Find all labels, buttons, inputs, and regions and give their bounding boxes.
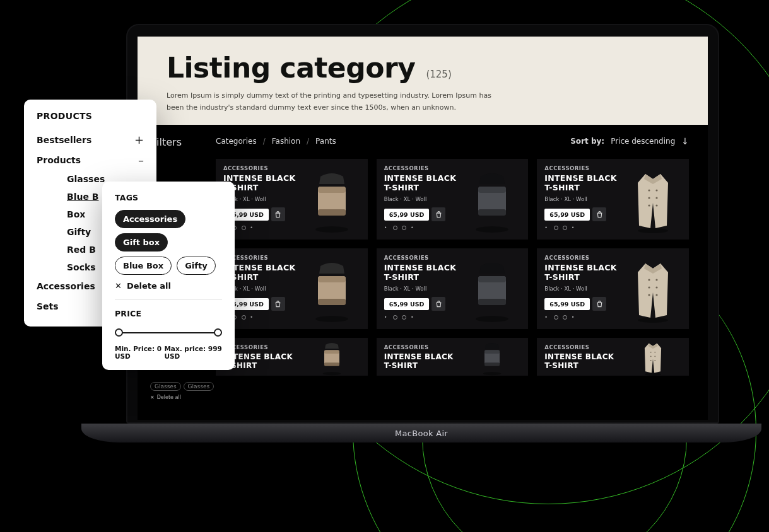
breadcrumb-item[interactable]: Pants xyxy=(315,137,336,146)
add-to-bag-button[interactable] xyxy=(271,297,285,311)
sidebar-item-label: Products xyxy=(37,155,81,165)
product-attrs: Black · XL · Woll xyxy=(384,286,456,292)
result-count: (125) xyxy=(426,69,451,80)
laptop-model-label: MacBook Air xyxy=(395,429,448,438)
product-grid: ACCESSORIES INTENSE BLACK T-SHIRT Black … xyxy=(216,159,689,376)
background-tag-chip[interactable]: Glasses xyxy=(150,382,181,391)
price-min-label: Min. Price: 0 USD xyxy=(115,345,164,360)
product-card[interactable]: ACCESSORIES INTENSE BLACK T-SHIRT xyxy=(377,338,529,376)
filters-title: Filters xyxy=(151,136,206,148)
price-button[interactable]: 65,99 USD xyxy=(384,298,430,310)
sort-by-label: Sort by: xyxy=(570,137,604,146)
product-category: ACCESSORIES xyxy=(384,165,456,171)
tags-panel: TAGS AccessoriesGift boxBlue BoxGifty ✕ … xyxy=(102,182,235,370)
product-card[interactable]: ACCESSORIES INTENSE BLACK T-SHIRT xyxy=(216,338,368,376)
breadcrumb[interactable]: Categories/Fashion/Pants xyxy=(216,137,336,146)
sidebar-item[interactable]: Bestsellers+ xyxy=(37,130,144,150)
product-image xyxy=(464,165,520,234)
delete-all-label: Delete all xyxy=(127,281,171,291)
product-attrs: Black · XL · Woll xyxy=(384,196,456,202)
sidebar-item-label: Accessories xyxy=(37,281,95,291)
product-card[interactable]: ACCESSORIES INTENSE BLACK T-SHIRT Black … xyxy=(537,248,689,329)
product-name: INTENSE BLACK T-SHIRT xyxy=(384,353,454,371)
breadcrumb-separator: / xyxy=(307,137,309,146)
page-title: Listing category xyxy=(167,52,415,84)
background-delete-all[interactable]: ✕ Delete all xyxy=(150,395,226,400)
sidebar-subitem-label: Box xyxy=(67,209,85,219)
product-name: INTENSE BLACK T-SHIRT xyxy=(384,174,456,192)
product-image xyxy=(303,344,360,371)
bag-icon xyxy=(596,300,604,308)
product-category: ACCESSORIES xyxy=(384,255,456,261)
variant-dots[interactable]: • • xyxy=(544,225,616,231)
sidebar-subitem-label: Blue B xyxy=(67,192,98,202)
bag-icon xyxy=(435,211,443,219)
close-icon: ✕ xyxy=(115,281,122,291)
price-button[interactable]: 65,99 USD xyxy=(384,209,430,221)
variant-dots[interactable]: • • xyxy=(384,315,456,320)
sidebar-subitem-label: Red B xyxy=(67,245,96,255)
sort-by-value: Price descending xyxy=(611,137,675,146)
add-to-bag-button[interactable] xyxy=(592,207,606,221)
product-image xyxy=(625,165,681,234)
add-to-bag-button[interactable] xyxy=(592,297,606,311)
products-panel-title: PRODUCTS xyxy=(37,111,144,121)
add-to-bag-button[interactable] xyxy=(431,297,445,311)
product-category: ACCESSORIES xyxy=(544,255,616,261)
price-button[interactable]: 65,99 USD xyxy=(544,298,590,310)
product-image xyxy=(303,165,360,234)
bag-icon xyxy=(274,211,282,219)
variant-dots[interactable]: • • xyxy=(384,225,456,231)
breadcrumb-item[interactable]: Fashion xyxy=(272,137,300,146)
add-to-bag-button[interactable] xyxy=(431,207,445,221)
background-delete-all-label: Delete all xyxy=(157,395,181,400)
price-button[interactable]: 65,99 USD xyxy=(544,209,590,221)
sidebar-subitem-label: Socks xyxy=(67,262,96,272)
slider-track xyxy=(119,332,218,333)
product-category: ACCESSORIES xyxy=(384,344,454,350)
breadcrumb-item[interactable]: Categories xyxy=(216,137,257,146)
tags-title: TAGS xyxy=(115,193,222,202)
product-image xyxy=(625,255,681,324)
slider-knob-max[interactable] xyxy=(214,328,222,337)
product-attrs: Black · XL · Woll xyxy=(544,286,616,292)
sort-by[interactable]: Sort by: Price descending ↓ xyxy=(570,136,689,146)
minus-icon[interactable]: – xyxy=(138,156,144,165)
product-name: INTENSE BLACK T-SHIRT xyxy=(544,353,614,371)
tag-chip[interactable]: Gifty xyxy=(177,257,215,275)
product-card[interactable]: ACCESSORIES INTENSE BLACK T-SHIRT Black … xyxy=(537,159,689,240)
breadcrumb-separator: / xyxy=(263,137,266,146)
variant-dots[interactable]: • • xyxy=(544,315,616,320)
plus-icon[interactable]: + xyxy=(134,136,144,144)
product-card[interactable]: ACCESSORIES INTENSE BLACK T-SHIRT Black … xyxy=(216,159,368,240)
product-category: ACCESSORIES xyxy=(223,165,295,171)
sidebar-subitem-label: Glasses xyxy=(67,174,105,184)
product-image xyxy=(625,344,681,371)
background-tag-chip[interactable]: Glasses xyxy=(184,382,214,391)
sidebar-subitem-label: Gifty xyxy=(67,227,91,237)
price-title: PRICE xyxy=(115,309,222,318)
tag-chip[interactable]: Accessories xyxy=(115,210,185,228)
product-image xyxy=(464,344,520,371)
product-card[interactable]: ACCESSORIES INTENSE BLACK T-SHIRT xyxy=(537,338,689,376)
product-card[interactable]: ACCESSORIES INTENSE BLACK T-SHIRT Black … xyxy=(216,248,368,329)
product-card[interactable]: ACCESSORIES INTENSE BLACK T-SHIRT Black … xyxy=(377,159,529,240)
bg-tags: GlassesGlasses ✕ Delete all xyxy=(150,382,226,400)
price-slider[interactable] xyxy=(115,326,222,340)
product-name: INTENSE BLACK T-SHIRT xyxy=(544,263,616,282)
tag-chip[interactable]: Gift box xyxy=(115,233,168,252)
product-image xyxy=(303,255,360,324)
sidebar-item[interactable]: Products– xyxy=(37,150,144,170)
product-card[interactable]: ACCESSORIES INTENSE BLACK T-SHIRT Black … xyxy=(377,248,529,329)
arrow-down-icon: ↓ xyxy=(681,136,689,146)
add-to-bag-button[interactable] xyxy=(271,207,285,221)
delete-all-button[interactable]: ✕ Delete all xyxy=(115,281,222,291)
sidebar-item-label: Bestsellers xyxy=(37,135,91,145)
slider-knob-min[interactable] xyxy=(115,328,123,337)
product-category: ACCESSORIES xyxy=(544,165,616,171)
page-subtitle: Lorem Ipsum is simply dummy text of the … xyxy=(167,90,507,113)
divider xyxy=(115,299,222,300)
product-name: INTENSE BLACK T-SHIRT xyxy=(384,263,456,282)
tag-chip[interactable]: Blue Box xyxy=(115,257,172,275)
sidebar-item-label: Sets xyxy=(37,301,59,311)
